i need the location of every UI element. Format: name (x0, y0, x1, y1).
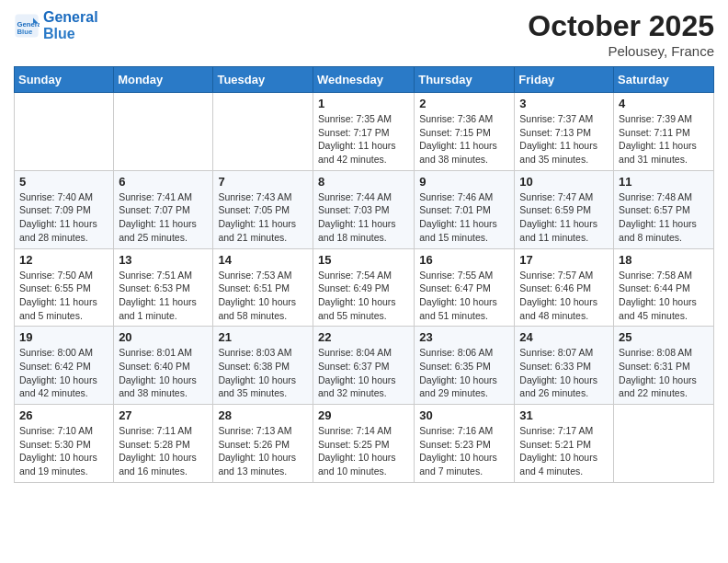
calendar-cell: 1Sunrise: 7:35 AMSunset: 7:17 PMDaylight… (313, 93, 414, 171)
calendar-cell: 21Sunrise: 8:03 AMSunset: 6:38 PMDayligh… (213, 327, 313, 405)
calendar-cell (15, 93, 114, 171)
day-info: Sunrise: 7:11 AMSunset: 5:28 PMDaylight:… (119, 424, 208, 478)
day-number: 1 (318, 97, 409, 110)
logo: General Blue General Blue (14, 9, 98, 41)
day-info: Sunrise: 8:07 AMSunset: 6:33 PMDaylight:… (519, 346, 609, 400)
day-number: 2 (419, 97, 509, 110)
header: General Blue General Blue October 2025 P… (14, 9, 714, 59)
calendar-cell (614, 405, 714, 483)
day-info: Sunrise: 8:00 AMSunset: 6:42 PMDaylight:… (19, 346, 108, 400)
calendar-cell: 17Sunrise: 7:57 AMSunset: 6:46 PMDayligh… (515, 248, 614, 327)
day-number: 19 (19, 330, 108, 344)
weekday-header-row: SundayMondayTuesdayWednesdayThursdayFrid… (15, 67, 714, 93)
day-number: 7 (218, 175, 308, 189)
day-number: 15 (318, 253, 409, 267)
calendar-cell: 8Sunrise: 7:44 AMSunset: 7:03 PMDaylight… (313, 170, 414, 248)
calendar-cell: 26Sunrise: 7:10 AMSunset: 5:30 PMDayligh… (15, 405, 114, 483)
day-info: Sunrise: 7:58 AMSunset: 6:44 PMDaylight:… (619, 269, 709, 323)
calendar-body: 1Sunrise: 7:35 AMSunset: 7:17 PMDaylight… (15, 93, 714, 483)
month-title: October 2025 (528, 9, 714, 43)
day-info: Sunrise: 7:48 AMSunset: 6:57 PMDaylight:… (619, 190, 709, 245)
day-info: Sunrise: 8:01 AMSunset: 6:40 PMDaylight:… (119, 346, 208, 400)
calendar-cell: 20Sunrise: 8:01 AMSunset: 6:40 PMDayligh… (114, 327, 213, 405)
day-number: 10 (519, 175, 609, 189)
day-number: 25 (619, 330, 709, 344)
day-number: 8 (318, 175, 409, 189)
calendar-cell: 5Sunrise: 7:40 AMSunset: 7:09 PMDaylight… (15, 170, 114, 248)
day-number: 5 (19, 175, 108, 189)
weekday-header-saturday: Saturday (614, 67, 714, 93)
calendar-cell: 10Sunrise: 7:47 AMSunset: 6:59 PMDayligh… (515, 170, 614, 248)
day-number: 16 (419, 253, 509, 267)
day-number: 9 (419, 175, 509, 189)
calendar-cell: 13Sunrise: 7:51 AMSunset: 6:53 PMDayligh… (114, 248, 213, 327)
day-number: 17 (519, 253, 609, 267)
day-info: Sunrise: 7:47 AMSunset: 6:59 PMDaylight:… (519, 190, 609, 245)
day-number: 22 (318, 330, 409, 344)
day-info: Sunrise: 7:51 AMSunset: 6:53 PMDaylight:… (119, 269, 208, 323)
day-number: 31 (519, 408, 609, 422)
calendar-cell: 6Sunrise: 7:41 AMSunset: 7:07 PMDaylight… (114, 170, 213, 248)
calendar-week-row: 1Sunrise: 7:35 AMSunset: 7:17 PMDaylight… (15, 93, 714, 171)
calendar-cell: 23Sunrise: 8:06 AMSunset: 6:35 PMDayligh… (415, 327, 515, 405)
day-info: Sunrise: 7:43 AMSunset: 7:05 PMDaylight:… (218, 190, 308, 245)
day-number: 14 (218, 253, 308, 267)
day-number: 30 (419, 408, 509, 422)
day-number: 20 (119, 330, 208, 344)
day-info: Sunrise: 7:44 AMSunset: 7:03 PMDaylight:… (318, 190, 409, 245)
calendar-cell: 4Sunrise: 7:39 AMSunset: 7:11 PMDaylight… (614, 93, 714, 171)
calendar-cell: 24Sunrise: 8:07 AMSunset: 6:33 PMDayligh… (515, 327, 614, 405)
weekday-header-tuesday: Tuesday (213, 67, 313, 93)
calendar-cell: 28Sunrise: 7:13 AMSunset: 5:26 PMDayligh… (213, 405, 313, 483)
calendar-cell: 18Sunrise: 7:58 AMSunset: 6:44 PMDayligh… (614, 248, 714, 327)
calendar-cell: 2Sunrise: 7:36 AMSunset: 7:15 PMDaylight… (415, 93, 515, 171)
day-info: Sunrise: 7:55 AMSunset: 6:47 PMDaylight:… (419, 269, 509, 323)
day-number: 23 (419, 330, 509, 344)
day-info: Sunrise: 8:04 AMSunset: 6:37 PMDaylight:… (318, 346, 409, 400)
day-number: 12 (19, 253, 108, 267)
weekday-header-monday: Monday (114, 67, 213, 93)
day-info: Sunrise: 7:13 AMSunset: 5:26 PMDaylight:… (218, 424, 308, 478)
day-number: 4 (619, 97, 709, 110)
day-info: Sunrise: 7:53 AMSunset: 6:51 PMDaylight:… (218, 269, 308, 323)
calendar-cell: 7Sunrise: 7:43 AMSunset: 7:05 PMDaylight… (213, 170, 313, 248)
calendar-cell: 31Sunrise: 7:17 AMSunset: 5:21 PMDayligh… (515, 405, 614, 483)
calendar-cell: 14Sunrise: 7:53 AMSunset: 6:51 PMDayligh… (213, 248, 313, 327)
day-info: Sunrise: 7:57 AMSunset: 6:46 PMDaylight:… (519, 269, 609, 323)
calendar-cell: 27Sunrise: 7:11 AMSunset: 5:28 PMDayligh… (114, 405, 213, 483)
weekday-header-thursday: Thursday (415, 67, 515, 93)
calendar-cell: 15Sunrise: 7:54 AMSunset: 6:49 PMDayligh… (313, 248, 414, 327)
calendar-cell: 3Sunrise: 7:37 AMSunset: 7:13 PMDaylight… (515, 93, 614, 171)
day-number: 26 (19, 408, 108, 422)
day-number: 24 (519, 330, 609, 344)
day-info: Sunrise: 7:41 AMSunset: 7:07 PMDaylight:… (119, 190, 208, 245)
day-info: Sunrise: 7:37 AMSunset: 7:13 PMDaylight:… (519, 112, 609, 167)
day-number: 3 (519, 97, 609, 110)
calendar-week-row: 5Sunrise: 7:40 AMSunset: 7:09 PMDaylight… (15, 170, 714, 248)
day-number: 13 (119, 253, 208, 267)
calendar-table: SundayMondayTuesdayWednesdayThursdayFrid… (14, 66, 714, 483)
calendar-cell: 12Sunrise: 7:50 AMSunset: 6:55 PMDayligh… (15, 248, 114, 327)
day-info: Sunrise: 7:36 AMSunset: 7:15 PMDaylight:… (419, 112, 509, 167)
calendar-week-row: 26Sunrise: 7:10 AMSunset: 5:30 PMDayligh… (15, 405, 714, 483)
day-info: Sunrise: 8:08 AMSunset: 6:31 PMDaylight:… (619, 346, 709, 400)
day-info: Sunrise: 7:50 AMSunset: 6:55 PMDaylight:… (19, 269, 108, 323)
weekday-header-wednesday: Wednesday (313, 67, 414, 93)
page: General Blue General Blue October 2025 P… (0, 0, 728, 492)
calendar-week-row: 12Sunrise: 7:50 AMSunset: 6:55 PMDayligh… (15, 248, 714, 327)
logo-general: General (43, 9, 98, 26)
day-number: 6 (119, 175, 208, 189)
day-number: 21 (218, 330, 308, 344)
title-area: October 2025 Pelousey, France (528, 9, 714, 59)
svg-text:Blue: Blue (17, 28, 33, 36)
day-info: Sunrise: 7:35 AMSunset: 7:17 PMDaylight:… (318, 112, 409, 167)
day-info: Sunrise: 8:06 AMSunset: 6:35 PMDaylight:… (419, 346, 509, 400)
day-info: Sunrise: 7:17 AMSunset: 5:21 PMDaylight:… (519, 424, 609, 478)
calendar-cell: 16Sunrise: 7:55 AMSunset: 6:47 PMDayligh… (415, 248, 515, 327)
calendar-cell: 19Sunrise: 8:00 AMSunset: 6:42 PMDayligh… (15, 327, 114, 405)
day-info: Sunrise: 7:16 AMSunset: 5:23 PMDaylight:… (419, 424, 509, 478)
day-number: 28 (218, 408, 308, 422)
day-info: Sunrise: 7:10 AMSunset: 5:30 PMDaylight:… (19, 424, 108, 478)
day-number: 29 (318, 408, 409, 422)
calendar-cell: 30Sunrise: 7:16 AMSunset: 5:23 PMDayligh… (415, 405, 515, 483)
